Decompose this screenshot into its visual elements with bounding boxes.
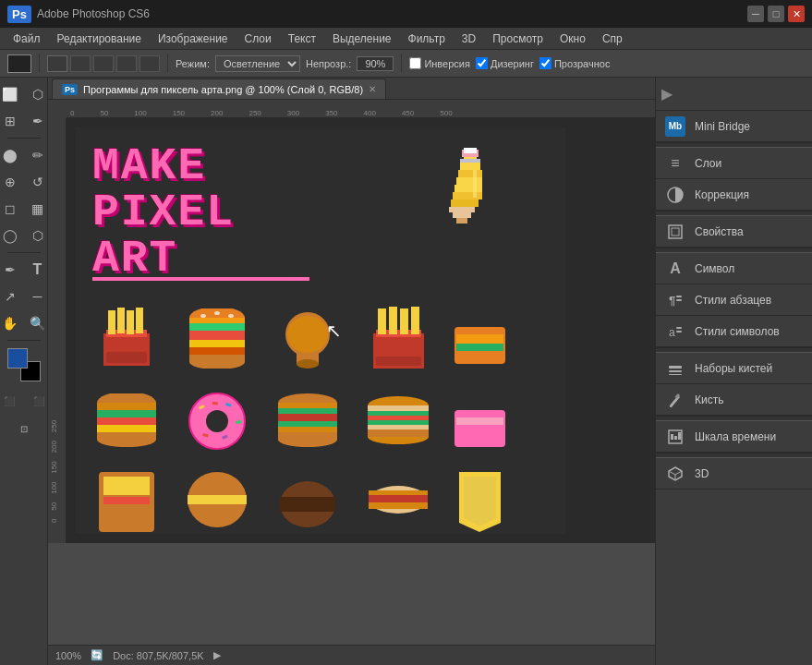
blend-other[interactable] <box>139 55 160 72</box>
svg-rect-7 <box>449 207 475 212</box>
mode-select[interactable]: Осветление <box>215 55 300 72</box>
character-label: Символ <box>695 262 734 275</box>
panel-item-brush-presets[interactable]: Наборы кистей <box>656 353 812 384</box>
menu-item-текст[interactable]: Текст <box>281 30 323 47</box>
menu-item-спр[interactable]: Спр <box>595 30 630 47</box>
ruler-ticks-h: 0 50 100 150 200 250 300 350 400 450 500 <box>70 100 479 117</box>
quick-mask-tool[interactable]: ⬛ <box>0 388 22 414</box>
opacity-label: Непрозр.: <box>306 58 351 69</box>
food-cut-item <box>447 301 512 375</box>
shape-tool[interactable]: ─ <box>25 284 51 309</box>
transparent-checkbox-label[interactable]: Прозрачнос <box>539 57 610 69</box>
svg-rect-97 <box>676 296 682 297</box>
zoom-tool[interactable]: 🔍 <box>25 310 51 336</box>
gradient-tool[interactable]: ▦ <box>25 196 51 222</box>
dithering-checkbox-label[interactable]: Дизеринг <box>476 57 534 69</box>
color-swatches[interactable] <box>7 348 41 381</box>
blend-mixed[interactable] <box>116 55 137 72</box>
tab-close-button[interactable]: ✕ <box>369 84 376 94</box>
panel-item-timeline[interactable]: Шкала времени <box>656 421 812 453</box>
stamp-tool[interactable]: ⊕ <box>0 169 23 195</box>
svg-rect-51 <box>97 425 156 432</box>
eraser-tool[interactable]: ◻ <box>0 196 23 222</box>
blend-lighten[interactable] <box>93 55 114 72</box>
opacity-input[interactable] <box>357 56 394 71</box>
inversion-checkbox[interactable] <box>409 57 421 69</box>
menu-item-выделение[interactable]: Выделение <box>325 30 399 47</box>
panel-item-brush[interactable]: Кисть <box>656 384 812 416</box>
panel-expand-left[interactable]: ▶ <box>661 85 673 103</box>
healing-tool[interactable]: ⬤ <box>0 142 23 168</box>
brush-tool[interactable]: ✏ <box>25 142 51 168</box>
type-tool[interactable]: T <box>25 257 51 283</box>
path-select-tool[interactable]: ↗ <box>0 284 23 309</box>
svg-rect-20 <box>136 308 143 333</box>
inversion-checkbox-label[interactable]: Инверсия <box>409 57 470 69</box>
food-bottom-3 <box>266 467 349 532</box>
panel-item-paragraph-styles[interactable]: ¶ Стили абзацев <box>656 284 812 316</box>
blur-tool[interactable]: ◯ <box>0 223 23 248</box>
canvas-tab-active[interactable]: Ps Программы для пиксель арта.png @ 100%… <box>52 79 386 99</box>
blend-normal[interactable] <box>47 55 67 72</box>
menu-item-просмотр[interactable]: Просмотр <box>485 30 551 47</box>
minimize-button[interactable]: ─ <box>747 6 764 22</box>
zoom-level: 100% <box>55 650 81 661</box>
eyedropper-tool[interactable]: ✒ <box>25 108 51 134</box>
menu-item-окно[interactable]: Окно <box>552 30 593 47</box>
svg-rect-8 <box>453 212 471 218</box>
panel-item-mini-bridge[interactable]: Mb Mini Bridge <box>656 111 812 142</box>
pen-tool[interactable]: ✒ <box>0 257 23 283</box>
svg-rect-6 <box>451 200 479 207</box>
brush-icon <box>665 390 685 410</box>
status-arrow[interactable]: ▶ <box>213 649 221 661</box>
panel-item-character[interactable]: A Символ <box>656 253 812 284</box>
svg-rect-45 <box>456 334 503 344</box>
right-panel: ▶ Mb Mini Bridge ≡ Слои <box>655 78 812 665</box>
canvas-container[interactable]: MAKE PIXEL ART <box>67 118 655 543</box>
panel-item-properties[interactable]: Свойства <box>656 216 812 248</box>
panel-item-layers[interactable]: ≡ Слои <box>656 148 812 179</box>
menu-item-редактирование[interactable]: Редактирование <box>50 30 149 47</box>
svg-text:¶: ¶ <box>669 294 675 308</box>
screen-mode-toggle[interactable]: ⊡ <box>11 416 37 441</box>
panel-list: Mb Mini Bridge ≡ Слои Коррекция <box>656 111 812 665</box>
rect-select-tool[interactable]: ⬜ <box>0 81 23 107</box>
dodge-tool[interactable]: ⬡ <box>25 223 51 248</box>
panel-item-3d[interactable]: 3D <box>656 458 812 490</box>
options-separator-1 <box>39 54 40 73</box>
history-brush-tool[interactable]: ↺ <box>25 169 51 195</box>
stamp-tools-row: ⊕ ↺ <box>0 169 51 195</box>
svg-marker-111 <box>669 467 682 475</box>
title-bar: Ps Adobe Photoshop CS6 ─ □ ✕ <box>0 0 812 28</box>
dithering-checkbox[interactable] <box>476 57 488 69</box>
foreground-color-swatch[interactable] <box>7 348 28 369</box>
svg-rect-80 <box>456 417 503 425</box>
menu-item-изображение[interactable]: Изображение <box>151 30 236 47</box>
menu-bar: ФайлРедактированиеИзображениеСлоиТекстВы… <box>0 28 812 50</box>
menu-item-файл[interactable]: Файл <box>6 30 48 47</box>
maximize-button[interactable]: □ <box>768 6 784 22</box>
menu-item-слои[interactable]: Слои <box>237 30 279 47</box>
tool-swatch[interactable] <box>7 54 31 73</box>
menu-item-3d[interactable]: 3D <box>454 30 483 47</box>
crop-tool[interactable]: ⊞ <box>0 108 23 134</box>
transparent-checkbox[interactable] <box>539 57 551 69</box>
properties-icon <box>665 222 685 242</box>
svg-rect-68 <box>278 427 337 432</box>
menu-item-фильтр[interactable]: Фильтр <box>401 30 453 47</box>
svg-rect-100 <box>676 327 682 329</box>
hand-tool[interactable]: ✋ <box>0 310 23 336</box>
lasso-tool[interactable]: ⬡ <box>25 81 51 107</box>
svg-rect-4 <box>454 185 482 192</box>
food-bottom-4 <box>357 467 440 532</box>
close-button[interactable]: ✕ <box>788 6 805 22</box>
panel-item-correction[interactable]: Коррекция <box>656 179 812 211</box>
canvas-wrapper[interactable]: 0 50 100 150 200 250 300 350 400 450 500 <box>48 100 655 645</box>
title-bar-controls[interactable]: ─ □ ✕ <box>747 6 805 22</box>
svg-rect-53 <box>97 432 156 440</box>
panel-item-char-styles[interactable]: a Стили символов <box>656 316 812 347</box>
svg-rect-24 <box>189 323 245 331</box>
mode-icons: ⬛ ⬛ ⊡ <box>0 388 52 441</box>
blend-darken[interactable] <box>70 55 91 72</box>
pixel-canvas[interactable]: MAKE PIXEL ART <box>76 127 565 534</box>
